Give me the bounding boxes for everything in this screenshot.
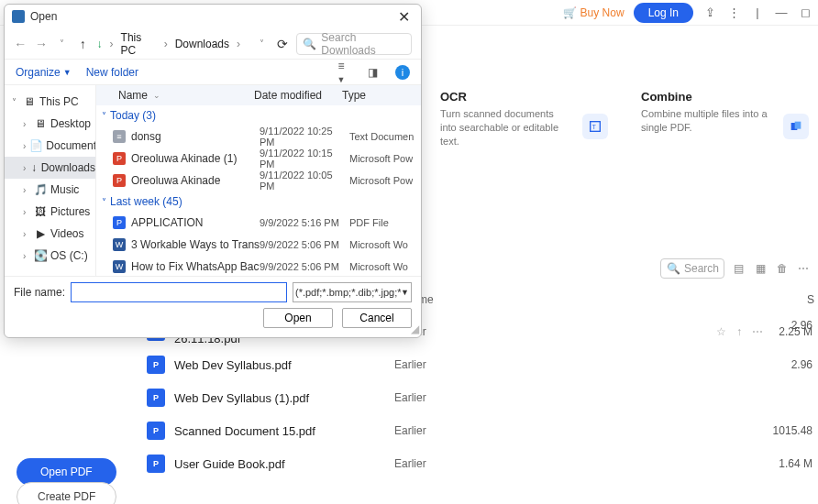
expand-icon[interactable]: › <box>23 119 30 129</box>
recent-files-list: P005 12-Rules-to-Learn...-Updated-26.11.… <box>147 315 818 480</box>
ppt-file-icon: P <box>113 174 126 187</box>
open-button[interactable]: Open <box>263 308 333 328</box>
recent-file-row[interactable]: PUser Guide Book.pdfEarlier1.64 M <box>147 447 818 480</box>
nav-fwd-icon[interactable]: → <box>35 37 49 51</box>
tree-item-downloads[interactable]: ›↓Downloads <box>5 157 95 179</box>
trash-icon[interactable]: 🗑 <box>775 260 790 277</box>
file-type: Microsoft Pow <box>349 175 421 186</box>
file-type: PDF File <box>349 217 421 228</box>
chevron-down-icon: ▼ <box>401 288 409 297</box>
expand-icon[interactable]: › <box>23 251 30 261</box>
file-row[interactable]: POreoluwa Akinade (1)9/11/2022 10:15 PMM… <box>96 148 421 170</box>
file-name: Scanned Document 15.pdf <box>174 424 394 438</box>
open-file-dialog: Open ✕ ← → ˅ ↑ ↓ › This PC › Downloads ›… <box>4 4 422 338</box>
file-modified: Earlier <box>394 391 578 404</box>
file-date: 9/11/2022 10:25 PM <box>260 126 349 148</box>
chevron-down-icon: ˅ <box>102 197 106 207</box>
file-name: donsg <box>131 130 161 143</box>
file-size: 2.96 <box>767 358 812 371</box>
column-headers[interactable]: Name⌄ Date modified Type <box>96 85 421 105</box>
expand-icon[interactable]: › <box>23 207 30 217</box>
size-column-header: S <box>807 293 814 306</box>
preview-pane-icon[interactable]: ◨ <box>364 66 381 79</box>
refresh-icon[interactable]: ⟳ <box>276 37 290 51</box>
dialog-nav: ← → ˅ ↑ ↓ › This PC › Downloads › ˅ ⟳ 🔍 … <box>5 28 421 60</box>
file-group-header[interactable]: ˅Today (3) <box>96 105 421 126</box>
expand-icon[interactable]: › <box>23 185 30 195</box>
tree-item-documents[interactable]: ›📄Documents <box>5 135 95 157</box>
view-grid-icon[interactable]: ▦ <box>754 260 768 277</box>
recent-file-row[interactable]: PWeb Dev Syllabus (1).pdfEarlier <box>147 381 818 414</box>
file-modified: Earlier <box>394 457 578 470</box>
file-row[interactable]: ≡donsg9/11/2022 10:25 PMText Documen <box>96 126 421 148</box>
close-icon[interactable]: ✕ <box>394 8 414 26</box>
file-row[interactable]: POreoluwa Akinade9/11/2022 10:05 PMMicro… <box>96 170 421 192</box>
collapse-icon[interactable]: ˅ <box>12 97 19 107</box>
breadcrumb-this-pc[interactable]: This PC <box>121 31 157 57</box>
recent-file-row[interactable]: PScanned Document 15.pdfEarlier1015.48 <box>147 414 818 447</box>
file-row[interactable]: WHow to Fix WhatsApp Backup Not Showi...… <box>96 256 421 276</box>
view-list-icon[interactable]: ▤ <box>732 260 746 277</box>
col-type[interactable]: Type <box>342 89 421 102</box>
file-name-input[interactable] <box>71 282 287 302</box>
file-group-header[interactable]: ˅Last week (45) <box>96 192 421 212</box>
doc-file-icon: W <box>113 260 126 273</box>
file-row[interactable]: W3 Workable Ways to Transfer Game Progr.… <box>96 234 421 256</box>
expand-icon[interactable]: › <box>23 229 30 239</box>
chevron-down-icon[interactable]: ˅ <box>55 38 69 49</box>
expand-icon[interactable]: › <box>23 141 26 151</box>
file-name: Web Dev Syllabus.pdf <box>174 358 394 372</box>
organize-menu[interactable]: Organize▼ <box>16 66 72 79</box>
maximize-icon[interactable]: ◻ <box>798 5 812 19</box>
file-type-filter[interactable]: (*.pdf;*.bmp;*.dib;*.jpg;*.jpeg;* ▼ <box>293 282 412 302</box>
share-icon[interactable]: ⇪ <box>702 5 717 19</box>
ppt-file-icon: P <box>113 152 126 165</box>
nav-up-icon[interactable]: ↑ <box>76 37 90 51</box>
file-name: User Guide Book.pdf <box>174 457 394 471</box>
pdf-file-icon: P <box>147 356 165 374</box>
folder-tree[interactable]: ˅🖥This PC›🖥Desktop›📄Documents›↓Downloads… <box>5 85 96 276</box>
expand-icon[interactable]: › <box>23 163 27 173</box>
dialog-titlebar: Open ✕ <box>5 5 421 28</box>
file-name: Web Dev Syllabus (1).pdf <box>174 391 394 405</box>
star-icon[interactable]: ☆ <box>712 325 730 338</box>
tree-item-music[interactable]: ›🎵Music <box>5 179 95 201</box>
file-date: 9/9/2022 5:06 PM <box>260 261 349 272</box>
search-icon: 🔍 <box>667 262 680 275</box>
tree-this-pc[interactable]: ˅🖥This PC <box>5 91 95 113</box>
cancel-button[interactable]: Cancel <box>342 308 412 328</box>
filter-text: (*.pdf;*.bmp;*.dib;*.jpg;*.jpeg;* <box>295 287 401 298</box>
tree-item-videos[interactable]: ›▶Videos <box>5 223 95 245</box>
upload-icon[interactable]: ↑ <box>730 325 748 338</box>
login-button[interactable]: Log In <box>634 3 693 23</box>
help-icon[interactable]: i <box>395 65 410 80</box>
tree-item-desktop[interactable]: ›🖥Desktop <box>5 113 95 135</box>
tree-item-os-c-[interactable]: ›💽OS (C:) <box>5 245 95 267</box>
col-name[interactable]: Name <box>118 89 148 102</box>
chevron-right-icon: › <box>110 38 114 50</box>
more-icon[interactable]: ⋯ <box>797 260 812 277</box>
new-folder-button[interactable]: New folder <box>86 66 138 79</box>
file-name: 3 Workable Ways to Transfer Game Progr..… <box>131 238 260 251</box>
buy-now-link[interactable]: 🛒 Buy Now <box>563 6 625 19</box>
minimize-icon[interactable]: — <box>774 5 789 19</box>
nav-back-icon[interactable]: ← <box>14 37 28 51</box>
more-icon[interactable]: ⋯ <box>748 325 767 338</box>
file-name-label: File name: <box>14 286 65 299</box>
breadcrumb-downloads[interactable]: Downloads <box>175 38 229 50</box>
chevron-down-icon[interactable]: ˅ <box>255 38 269 49</box>
file-row[interactable]: PAPPLICATION9/9/2022 5:16 PMPDF File <box>96 212 421 234</box>
feature-card-combine[interactable]: Combine Combine multiple files into a si… <box>632 82 818 156</box>
folder-icon: 📄 <box>29 139 42 152</box>
pdf-file-icon: P <box>113 216 126 229</box>
view-mode-icon[interactable]: ≡ ▼ <box>333 60 349 85</box>
feature-card-ocr[interactable]: OCR Turn scanned documents into searchab… <box>431 82 617 156</box>
search-input[interactable]: 🔍 Search <box>660 258 724 279</box>
kebab-icon[interactable]: ⋮ <box>726 5 741 19</box>
tree-item-pictures[interactable]: ›🖼Pictures <box>5 201 95 223</box>
create-pdf-button[interactable]: Create PDF <box>17 482 116 504</box>
dialog-search-input[interactable]: 🔍 Search Downloads <box>296 33 412 55</box>
col-date[interactable]: Date modified <box>254 89 342 102</box>
recent-file-row[interactable]: PWeb Dev Syllabus.pdfEarlier2.96 <box>147 348 818 381</box>
file-name: How to Fix WhatsApp Backup Not Showi... <box>131 260 260 273</box>
